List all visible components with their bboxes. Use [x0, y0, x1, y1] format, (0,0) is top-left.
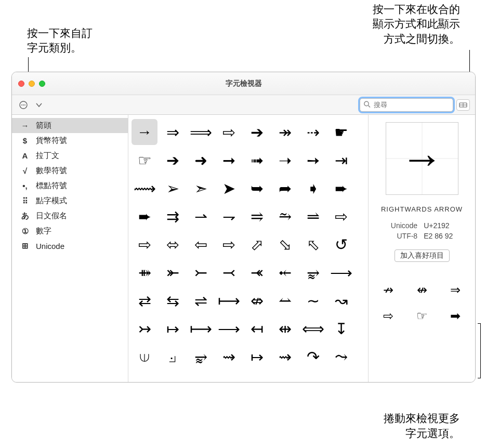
- character-cell[interactable]: ➨: [328, 175, 354, 201]
- character-cell[interactable]: ⥲: [272, 203, 298, 229]
- character-cell[interactable]: ⤛: [244, 259, 270, 285]
- variant-cell[interactable]: ⇨: [375, 305, 402, 327]
- character-cell[interactable]: ↦: [244, 344, 270, 370]
- sidebar-item-4[interactable]: •,標點符號: [12, 178, 128, 193]
- sidebar-item-0[interactable]: →箭頭: [12, 118, 128, 133]
- character-cell[interactable]: ➙: [300, 147, 326, 173]
- character-cell[interactable]: ➥: [244, 175, 270, 201]
- character-cell[interactable]: ⥎: [272, 287, 298, 313]
- character-cell[interactable]: ⤝: [272, 259, 298, 285]
- character-cell[interactable]: ⟹: [188, 119, 214, 145]
- character-cell[interactable]: ⇨: [328, 203, 354, 229]
- sidebar-item-5[interactable]: ⠿點字模式: [12, 193, 128, 208]
- sidebar-item-1[interactable]: $貨幣符號: [12, 133, 128, 148]
- zoom-window-button[interactable]: [39, 81, 45, 87]
- sidebar-item-3[interactable]: √數學符號: [12, 163, 128, 178]
- character-cell[interactable]: ⤙: [216, 259, 242, 285]
- character-cell[interactable]: ↛: [300, 372, 326, 382]
- character-cell[interactable]: ➟: [244, 147, 270, 173]
- character-cell[interactable]: ⟺: [300, 315, 326, 341]
- sidebar-item-2[interactable]: A拉丁文: [12, 148, 128, 163]
- character-cell[interactable]: ⤑: [160, 372, 186, 382]
- sidebar-item-6[interactable]: あ日文假名: [12, 208, 128, 223]
- character-cell[interactable]: ☛: [328, 119, 354, 145]
- character-cell[interactable]: ⤁: [132, 259, 157, 285]
- character-cell[interactable]: ⇁: [216, 203, 242, 229]
- character-cell[interactable]: ⥵: [300, 259, 326, 285]
- character-cell[interactable]: ⇁: [216, 372, 242, 382]
- variant-cell[interactable]: ➡: [442, 305, 469, 327]
- character-grid-area[interactable]: →⇒⟹⇨➔↠⇢☛☞➔➜➞➟➝➙⇥⟿➢➣➤➥➦➧➨➨⇉⇀⇁⥤⥲⥬⇨⇨⬄⇦⇨⬀⬂⬁↺…: [128, 115, 368, 382]
- character-cell[interactable]: ⟶: [216, 315, 242, 341]
- variant-cell[interactable]: ↛: [375, 279, 402, 301]
- character-cell[interactable]: ⇀: [188, 372, 214, 382]
- character-cell[interactable]: ⬁: [300, 231, 326, 257]
- character-cell[interactable]: ⇨: [132, 231, 157, 257]
- character-cell[interactable]: ⇉: [160, 203, 186, 229]
- character-cell[interactable]: ⤐: [132, 372, 157, 382]
- character-cell[interactable]: ↣: [132, 315, 157, 341]
- character-cell[interactable]: ☞: [132, 147, 157, 173]
- character-cell[interactable]: ⇥: [328, 147, 354, 173]
- font-variants-grid[interactable]: ↛↮⇒⇨☞➡: [375, 279, 469, 327]
- character-cell[interactable]: ➝: [272, 147, 298, 173]
- search-input[interactable]: [374, 101, 450, 109]
- character-cell[interactable]: ⟿: [132, 175, 157, 201]
- close-window-button[interactable]: [18, 81, 24, 87]
- character-cell[interactable]: ↷: [300, 344, 326, 370]
- character-cell[interactable]: ➜: [188, 147, 214, 173]
- character-cell[interactable]: ⥵: [188, 344, 214, 370]
- character-cell[interactable]: ⇨: [216, 119, 242, 145]
- character-cell[interactable]: ⟼: [216, 287, 242, 313]
- sidebar-item-7[interactable]: ①數字: [12, 223, 128, 239]
- character-cell[interactable]: ↦: [160, 315, 186, 341]
- character-cell[interactable]: ⇌: [188, 287, 214, 313]
- categories-dropdown-button[interactable]: [33, 100, 45, 110]
- character-cell[interactable]: ↤: [244, 315, 270, 341]
- character-cell[interactable]: ⤜: [160, 259, 186, 285]
- character-cell[interactable]: ➤: [216, 175, 242, 201]
- character-cell[interactable]: ➣: [188, 175, 214, 201]
- character-cell[interactable]: ⇎: [244, 287, 270, 313]
- character-cell[interactable]: ⬂: [272, 231, 298, 257]
- toggle-view-button[interactable]: [456, 99, 470, 111]
- character-cell[interactable]: ➞: [216, 147, 242, 173]
- character-cell[interactable]: ⥬: [300, 203, 326, 229]
- character-cell[interactable]: ⟶: [328, 259, 354, 285]
- character-cell[interactable]: ⟼: [188, 315, 214, 341]
- add-to-favorites-button[interactable]: 加入喜好項目: [395, 249, 450, 262]
- character-cell[interactable]: ➢: [160, 175, 186, 201]
- variant-cell[interactable]: ☞: [409, 305, 436, 327]
- character-cell[interactable]: ⇒: [160, 119, 186, 145]
- character-cell[interactable]: ⇦: [188, 231, 214, 257]
- character-cell[interactable]: ⥤: [244, 203, 270, 229]
- character-cell[interactable]: ⟒: [132, 344, 157, 370]
- character-cell[interactable]: ↝: [328, 287, 354, 313]
- search-field[interactable]: [360, 98, 453, 112]
- character-cell[interactable]: ⇝: [216, 344, 242, 370]
- character-cell[interactable]: ➔: [244, 119, 270, 145]
- character-cell[interactable]: ↺: [328, 231, 354, 257]
- character-cell[interactable]: ⇝: [272, 344, 298, 370]
- character-cell[interactable]: ⬄: [160, 231, 186, 257]
- minimize-window-button[interactable]: [29, 81, 35, 87]
- character-cell[interactable]: ⤚: [188, 259, 214, 285]
- character-cell[interactable]: ↮: [328, 372, 354, 382]
- character-cell[interactable]: ↠: [272, 119, 298, 145]
- sidebar-item-8[interactable]: ⊞Unicode: [12, 239, 128, 253]
- character-cell[interactable]: ⇢: [272, 372, 298, 382]
- action-menu-button[interactable]: [17, 100, 30, 110]
- character-cell[interactable]: ⤳: [328, 344, 354, 370]
- character-cell[interactable]: ⇹: [272, 315, 298, 341]
- character-cell[interactable]: ⇆: [160, 287, 186, 313]
- character-cell[interactable]: ⇀: [188, 203, 214, 229]
- variant-cell[interactable]: ↮: [409, 279, 436, 301]
- character-cell[interactable]: ➔: [160, 147, 186, 173]
- character-cell[interactable]: ⇢: [300, 119, 326, 145]
- character-cell[interactable]: ↧: [328, 315, 354, 341]
- character-cell[interactable]: ⇄: [132, 287, 157, 313]
- character-cell[interactable]: ∼: [300, 287, 326, 313]
- character-cell[interactable]: ↦: [244, 372, 270, 382]
- character-cell[interactable]: ➦: [272, 175, 298, 201]
- variant-cell[interactable]: ⇒: [442, 279, 469, 301]
